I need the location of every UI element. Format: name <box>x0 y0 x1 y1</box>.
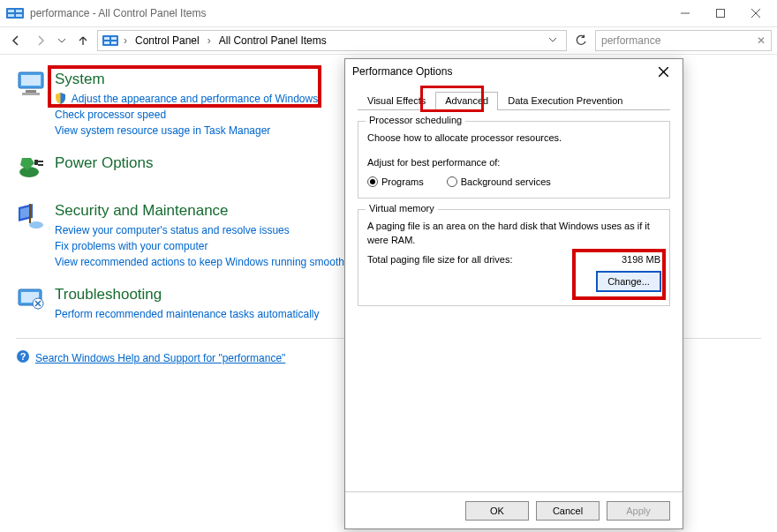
tab-strip: Visual Effects Advanced Data Execution P… <box>358 91 670 110</box>
up-button[interactable] <box>72 30 94 51</box>
tab-visual-effects[interactable]: Visual Effects <box>358 92 435 110</box>
breadcrumb-seg-control-panel[interactable]: Control Panel <box>132 33 203 49</box>
svg-text:?: ? <box>20 351 26 362</box>
breadcrumb-seg-all-items[interactable]: All Control Panel Items <box>215 33 330 49</box>
svg-rect-9 <box>102 35 118 46</box>
svg-rect-10 <box>104 37 109 40</box>
clear-search-icon[interactable]: ✕ <box>757 34 766 47</box>
svg-rect-17 <box>22 93 40 95</box>
minimize-button[interactable] <box>668 1 703 26</box>
category-title-security[interactable]: Security and Maintenance <box>55 202 352 220</box>
svg-rect-13 <box>111 41 117 44</box>
group-processor-scheduling: Processor scheduling Choose how to alloc… <box>358 121 670 199</box>
help-link[interactable]: Search Windows Help and Support for "per… <box>35 352 285 364</box>
link-maintenance-tasks[interactable]: Perform recommended maintenance tasks au… <box>55 306 319 322</box>
maximize-button[interactable] <box>703 1 738 26</box>
svg-rect-21 <box>38 164 43 166</box>
window-titlebar: performance - All Control Panel Items <box>0 0 777 26</box>
security-icon <box>16 202 48 234</box>
svg-rect-6 <box>717 10 725 18</box>
system-icon <box>16 71 48 102</box>
svg-rect-4 <box>16 14 22 17</box>
proc-desc: Choose how to allocate processor resourc… <box>367 131 660 145</box>
svg-rect-16 <box>26 90 36 93</box>
vm-desc: A paging file is an area on the hard dis… <box>367 219 660 247</box>
radio-dot-selected-icon <box>367 176 378 187</box>
radio-label: Background services <box>461 176 551 187</box>
legend-processor: Processor scheduling <box>366 115 465 125</box>
control-panel-icon <box>5 5 25 21</box>
forward-button[interactable] <box>30 30 51 51</box>
chevron-right-icon: › <box>124 34 127 47</box>
dialog-titlebar: Performance Options <box>345 59 683 84</box>
svg-rect-3 <box>8 14 14 17</box>
svg-rect-20 <box>38 161 43 162</box>
refresh-button[interactable] <box>570 30 592 51</box>
back-button[interactable] <box>5 30 26 51</box>
link-task-manager[interactable]: View system resource usage in Task Manag… <box>55 123 318 139</box>
cancel-button[interactable]: Cancel <box>536 501 600 521</box>
apply-button[interactable]: Apply <box>607 501 670 521</box>
dialog-footer: OK Cancel Apply <box>345 491 683 528</box>
tab-advanced[interactable]: Advanced <box>435 92 498 110</box>
category-title-troubleshoot[interactable]: Troubleshooting <box>55 286 319 303</box>
dialog-close-button[interactable] <box>651 61 675 82</box>
svg-rect-0 <box>6 8 24 19</box>
close-button[interactable] <box>738 1 773 26</box>
change-button[interactable]: Change... <box>597 272 660 291</box>
vm-total-label: Total paging file size for all drives: <box>367 254 512 265</box>
category-title-power[interactable]: Power Options <box>55 154 154 172</box>
performance-options-dialog: Performance Options Visual Effects Advan… <box>344 58 683 529</box>
radio-programs[interactable]: Programs <box>367 176 424 187</box>
link-text: Adjust the appearance and performance of… <box>72 93 319 105</box>
help-icon: ? <box>16 349 30 366</box>
link-check-processor[interactable]: Check processor speed <box>55 107 318 123</box>
link-adjust-performance[interactable]: Adjust the appearance and performance of… <box>55 91 318 107</box>
shield-icon <box>55 93 67 105</box>
svg-rect-11 <box>111 37 117 40</box>
search-input[interactable]: performance ✕ <box>595 30 772 51</box>
link-review-status[interactable]: Review your computer's status and resolv… <box>55 222 352 238</box>
troubleshoot-icon <box>16 286 48 318</box>
svg-rect-12 <box>104 41 109 44</box>
breadcrumb[interactable]: › Control Panel › All Control Panel Item… <box>97 30 567 51</box>
legend-vm: Virtual memory <box>366 203 438 214</box>
chevron-right-icon: › <box>207 34 211 47</box>
tab-dep[interactable]: Data Execution Prevention <box>498 92 632 110</box>
radio-dot-icon <box>447 176 457 187</box>
recent-dropdown[interactable] <box>55 30 69 51</box>
window-title: performance - All Control Panel Items <box>30 7 668 19</box>
link-recommended-actions[interactable]: View recommended actions to keep Windows… <box>55 254 352 270</box>
power-icon <box>16 154 48 186</box>
proc-adjust-label: Adjust for best performance of: <box>367 155 660 169</box>
dialog-title: Performance Options <box>352 65 452 78</box>
radio-background[interactable]: Background services <box>447 176 551 187</box>
link-fix-problems[interactable]: Fix problems with your computer <box>55 238 352 254</box>
group-virtual-memory: Virtual memory A paging file is an area … <box>358 209 670 306</box>
svg-rect-2 <box>16 10 22 12</box>
category-title-system[interactable]: System <box>55 71 318 88</box>
search-text: performance <box>601 34 660 47</box>
svg-rect-15 <box>21 75 41 86</box>
svg-rect-22 <box>29 204 31 223</box>
radio-label: Programs <box>381 176 424 187</box>
svg-rect-1 <box>8 10 14 12</box>
address-bar: › Control Panel › All Control Panel Item… <box>0 26 777 55</box>
address-dropdown[interactable] <box>543 34 562 47</box>
ok-button[interactable]: OK <box>465 501 529 521</box>
svg-rect-19 <box>34 160 38 165</box>
control-panel-small-icon <box>102 34 119 48</box>
vm-total-value: 3198 MB <box>622 254 660 265</box>
svg-point-23 <box>29 221 43 229</box>
